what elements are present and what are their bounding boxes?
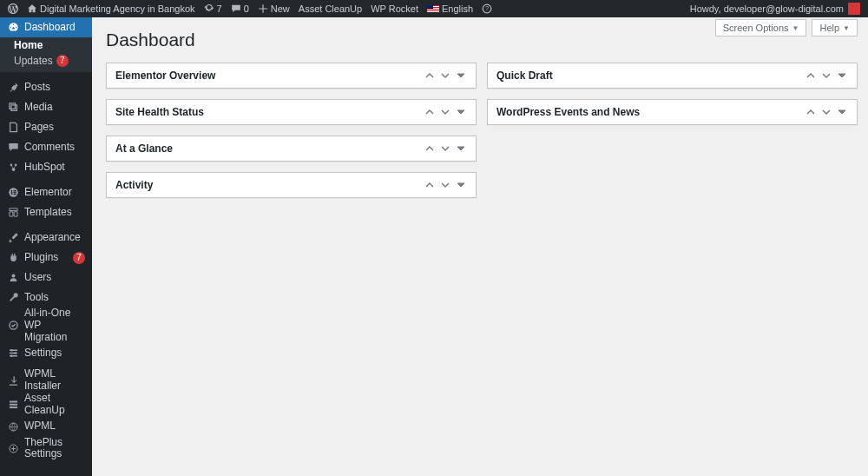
plus-icon bbox=[258, 3, 268, 14]
move-down-icon[interactable] bbox=[437, 68, 453, 83]
new-content[interactable]: New bbox=[253, 0, 294, 17]
templates-icon bbox=[7, 207, 19, 219]
comments-icon bbox=[7, 142, 19, 154]
site-title: Digital Marketing Agency in Bangkok bbox=[40, 0, 195, 17]
howdy-text: Howdy, developer@glow-digital.com bbox=[690, 0, 844, 17]
refresh-icon bbox=[204, 3, 214, 14]
menu-elementor[interactable]: Elementor bbox=[0, 182, 92, 202]
move-down-icon[interactable] bbox=[819, 104, 834, 120]
svg-point-14 bbox=[10, 355, 13, 358]
globe-icon bbox=[7, 420, 19, 433]
metabox-at-a-glance: At a Glance bbox=[106, 136, 477, 162]
submenu-home[interactable]: Home bbox=[0, 37, 92, 53]
page-title: Dashboard bbox=[106, 30, 195, 50]
toggle-icon[interactable] bbox=[453, 141, 469, 156]
menu-posts[interactable]: Posts bbox=[0, 77, 92, 97]
pin-icon bbox=[7, 82, 19, 94]
toggle-icon[interactable] bbox=[834, 68, 850, 83]
move-down-icon[interactable] bbox=[819, 68, 834, 83]
submenu-dashboard: Home Updates 7 bbox=[0, 37, 92, 72]
brush-icon bbox=[7, 232, 19, 244]
menu-aio-migration[interactable]: All-in-One WP Migration bbox=[0, 307, 92, 343]
wp-rocket-link[interactable]: WP Rocket bbox=[366, 0, 423, 17]
svg-rect-9 bbox=[13, 194, 16, 195]
move-up-icon[interactable] bbox=[422, 141, 437, 156]
menu-media[interactable]: Media bbox=[0, 97, 92, 117]
comments-link[interactable]: 0 bbox=[227, 0, 253, 17]
page-icon bbox=[7, 122, 19, 134]
menu-tools[interactable]: Tools bbox=[0, 288, 92, 307]
svg-rect-8 bbox=[13, 192, 16, 193]
wrench-icon bbox=[7, 292, 19, 304]
media-icon bbox=[7, 102, 19, 114]
metabox-quick-draft: Quick Draft bbox=[487, 63, 858, 89]
move-up-icon[interactable] bbox=[422, 68, 437, 83]
wp-logo[interactable] bbox=[3, 0, 23, 17]
svg-text:?: ? bbox=[485, 5, 489, 11]
submenu-updates[interactable]: Updates 7 bbox=[0, 53, 92, 72]
menu-appearance[interactable]: Appearance bbox=[0, 228, 92, 248]
help-icon[interactable]: ? bbox=[477, 0, 496, 17]
toggle-icon[interactable] bbox=[453, 104, 469, 120]
svg-rect-7 bbox=[13, 190, 16, 191]
toggle-icon[interactable] bbox=[453, 68, 469, 83]
plugins-badge: 7 bbox=[73, 252, 85, 264]
move-down-icon[interactable] bbox=[437, 177, 453, 193]
menu-templates[interactable]: Templates bbox=[0, 202, 92, 222]
caret-down-icon: ▼ bbox=[792, 24, 799, 32]
admin-sidebar: Dashboard Home Updates 7 Posts Media Pag… bbox=[0, 17, 92, 476]
home-icon bbox=[27, 3, 37, 14]
updates-badge: 7 bbox=[56, 55, 69, 67]
plug-icon bbox=[7, 252, 19, 264]
menu-settings[interactable]: Settings bbox=[0, 343, 92, 363]
migration-icon bbox=[7, 320, 19, 332]
comments-count: 0 bbox=[244, 0, 249, 17]
download-icon bbox=[7, 374, 19, 387]
move-up-icon[interactable] bbox=[422, 104, 437, 120]
user-icon bbox=[7, 272, 19, 284]
flag-uk-icon bbox=[427, 5, 439, 12]
move-down-icon[interactable] bbox=[437, 104, 453, 120]
metabox-site-health: Site Health Status bbox=[106, 99, 477, 125]
move-up-icon[interactable] bbox=[803, 68, 819, 83]
menu-theplus[interactable]: ThePlus Settings bbox=[0, 437, 92, 461]
sliders-icon bbox=[7, 347, 19, 360]
svg-point-3 bbox=[14, 164, 16, 167]
language-switcher[interactable]: English bbox=[423, 0, 477, 17]
svg-point-10 bbox=[11, 274, 15, 278]
site-home-link[interactable]: Digital Marketing Agency in Bangkok bbox=[23, 0, 200, 17]
metabox-elementor-overview: Elementor Overview bbox=[106, 63, 477, 89]
plus-circle-icon bbox=[7, 442, 19, 454]
menu-pages[interactable]: Pages bbox=[0, 117, 92, 137]
move-up-icon[interactable] bbox=[422, 177, 437, 193]
menu-wpml-installer[interactable]: WPML Installer bbox=[0, 368, 92, 393]
help-button[interactable]: Help ▼ bbox=[812, 19, 858, 36]
metabox-column-left: Elementor Overview Site Health Status At… bbox=[106, 63, 477, 198]
updates-count: 7 bbox=[217, 0, 222, 17]
asset-cleanup-link[interactable]: Asset CleanUp bbox=[294, 0, 366, 17]
caret-down-icon: ▼ bbox=[843, 24, 850, 32]
metabox-activity: Activity bbox=[106, 172, 477, 198]
toggle-icon[interactable] bbox=[453, 177, 469, 193]
new-label: New bbox=[271, 0, 290, 17]
move-up-icon[interactable] bbox=[803, 104, 819, 120]
move-down-icon[interactable] bbox=[437, 141, 453, 156]
my-account[interactable]: Howdy, developer@glow-digital.com bbox=[686, 0, 865, 17]
toggle-icon[interactable] bbox=[834, 104, 850, 120]
updates-link[interactable]: 7 bbox=[200, 0, 227, 17]
menu-users[interactable]: Users bbox=[0, 268, 92, 288]
svg-point-13 bbox=[14, 353, 16, 355]
menu-plugins[interactable]: Plugins 7 bbox=[0, 248, 92, 268]
main-content: Screen Options ▼ Help ▼ Dashboard Elemen… bbox=[92, 17, 868, 476]
menu-wpml[interactable]: WPML bbox=[0, 417, 92, 437]
svg-rect-6 bbox=[10, 190, 11, 195]
menu-asset-cleanup[interactable]: Asset CleanUp bbox=[0, 393, 92, 417]
menu-comments[interactable]: Comments bbox=[0, 137, 92, 157]
menu-dashboard[interactable]: Dashboard bbox=[0, 17, 92, 37]
menu-hubspot[interactable]: HubSpot bbox=[0, 157, 92, 177]
admin-bar: Digital Marketing Agency in Bangkok 7 0 … bbox=[0, 0, 868, 17]
metabox-column-right: Quick Draft WordPress Events and News bbox=[487, 63, 858, 198]
screen-options-button[interactable]: Screen Options ▼ bbox=[715, 19, 807, 36]
svg-point-12 bbox=[10, 349, 13, 352]
comment-icon bbox=[231, 3, 241, 14]
